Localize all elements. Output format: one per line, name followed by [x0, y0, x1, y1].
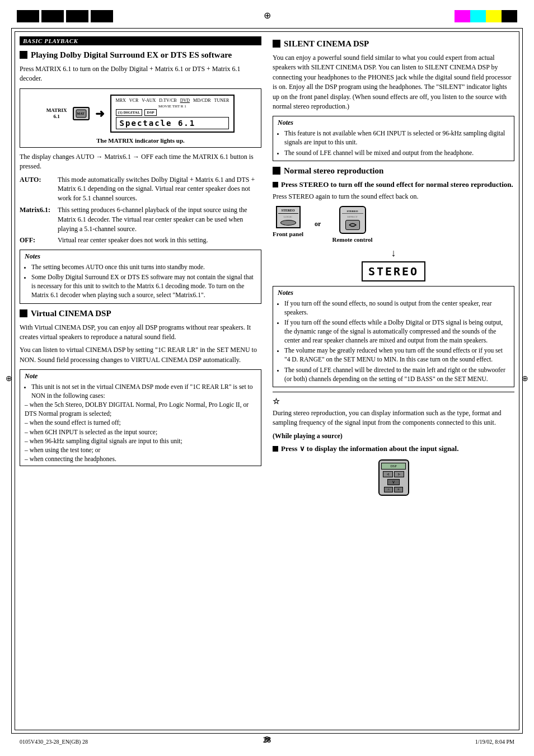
section1-intro: Press MATRIX 6.1 to turn on the Dolby Di…	[20, 64, 261, 84]
stereo-sub-title: Press STEREO to turn off the sound effec…	[281, 180, 513, 190]
silent-title: SILENT CINEMA DSP	[284, 39, 369, 49]
panel-row: STEREO LOGIC Front panel or STEREO EFFEC…	[273, 206, 514, 243]
def-auto-term: AUTO:	[20, 175, 53, 203]
note-subitem: – when 96-kHz sampling digital signals a…	[25, 436, 256, 445]
lcd-display: MRXVCRV-AUXD.TV/CBDVDMD/CDRTUNER MOVIE T…	[110, 95, 235, 133]
def-auto-desc: This mode automatically switches Dolby D…	[58, 175, 261, 203]
section2-title-wrap: Virtual CINEMA DSP	[20, 308, 261, 318]
note-subitem: – when the 5ch Stereo, DOLBY DIGITAL Nor…	[25, 400, 256, 418]
tip-intro: During stereo reproduction, you can disp…	[273, 408, 514, 428]
inner-border-left	[15, 31, 15, 730]
note-subitems: – when the 5ch Stereo, DOLBY DIGITAL Nor…	[25, 400, 256, 463]
border-top	[11, 28, 523, 29]
dsp-remote-mockup: DSP ◁ ▷ ∨ A B	[378, 459, 409, 496]
note-item: This feature is not available when 6CH I…	[284, 129, 509, 147]
stereo-title-wrap: Normal stereo reproduction	[273, 166, 514, 176]
inner-border-right	[519, 31, 519, 730]
device-caption: The MATRIX indicator lights up.	[96, 137, 185, 144]
footer-left: 0105V430_23-28_EN(GB) 28	[20, 739, 88, 745]
def-matrix61-term: Matrix6.1:	[20, 205, 53, 233]
section2-icon	[20, 309, 27, 317]
def-matrix61-desc: This setting produces 6-channel playback…	[58, 205, 261, 233]
tip-icon: ☆	[273, 397, 514, 406]
left-column: BASIC PLAYBACK Playing Dolby Digital Sur…	[20, 36, 261, 725]
notes-list-stereo: If you turn off the sound effects, no so…	[284, 299, 509, 383]
note-item: The sound of LFE channel will be mixed a…	[284, 148, 509, 157]
note-item: If you turn off the sound effects, no so…	[284, 299, 509, 317]
notes-box-silent: Notes This feature is not available when…	[273, 116, 514, 161]
border-bottom	[11, 733, 523, 734]
note-item: Some Dolby Digital Surround EX or DTS ES…	[31, 273, 256, 299]
notes-box-1: Notes The setting becomes AUTO once this…	[20, 250, 261, 303]
section2-title: Virtual CINEMA DSP	[31, 308, 111, 318]
or-text: or	[315, 220, 321, 228]
reg-mark-right: ⊕	[522, 373, 528, 383]
note-item: This unit is not set in the virtual CINE…	[31, 382, 256, 400]
tip-divider	[273, 392, 514, 392]
while-playing: (While playing a source)	[273, 431, 514, 441]
matrix-display: MATRIX6.1 MAT ➜ MRXVCRV-AUXD.TV/CBDVDMD/…	[42, 92, 240, 135]
silent-intro: You can enjoy a powerful sound field sim…	[273, 53, 514, 111]
matrix-button-icon: MAT	[76, 109, 87, 118]
press-v-icon	[273, 446, 278, 452]
right-column: SILENT CINEMA DSP You can enjoy a powerf…	[273, 36, 514, 725]
note-title-virtual: Note	[25, 372, 256, 381]
dsp-btn-left: ◁	[383, 471, 393, 477]
top-black-bars	[17, 10, 113, 22]
note-box-virtual: Note This unit is not set in the virtual…	[20, 369, 261, 466]
remote-stereo-icon	[348, 221, 358, 229]
note-subitem: – when connecting the headphones.	[25, 454, 256, 463]
remote-panel-item: STEREO EFFECT Remote control	[332, 206, 372, 243]
top-color-bar	[455, 10, 517, 22]
svg-text:MAT: MAT	[77, 112, 85, 115]
section2-intro2: You can listen to virtual CINEMA DSP by …	[20, 345, 261, 365]
notes-title-1: Notes	[25, 252, 256, 261]
matrix-label: MATRIX6.1	[46, 107, 67, 120]
inner-border-bottom	[15, 730, 519, 730]
reg-mark-left: ⊕	[6, 373, 12, 383]
note-subitem: – when 6CH INPUT is selected as the inpu…	[25, 428, 256, 436]
remote-control-mockup: STEREO EFFECT	[339, 206, 366, 234]
footer-right: 1/19/02, 8:04 PM	[475, 739, 514, 745]
note-subitem: – when using the test tone; or	[25, 445, 256, 454]
def-off-term: OFF:	[20, 236, 53, 245]
front-panel-item: STEREO LOGIC Front panel	[273, 206, 303, 237]
def-off: OFF: Virtual rear center speaker does no…	[20, 236, 261, 245]
section2-intro1: With Virtual CINEMA DSP, you can enjoy a…	[20, 323, 261, 342]
inner-border-top	[15, 31, 519, 32]
main-content: BASIC PLAYBACK Playing Dolby Digital Sur…	[20, 36, 514, 725]
press-v-title: Press ∨ to display the information about…	[281, 444, 458, 454]
notes-title-silent: Notes	[278, 119, 509, 127]
notes-list-1: The setting becomes AUTO once this unit …	[31, 262, 256, 299]
stereo-press-again: Press STEREO again to turn the sound eff…	[273, 192, 514, 201]
lcd-movie-label: MOVIE THT R 1	[116, 104, 229, 109]
definition-list: AUTO: This mode automatically switches D…	[20, 175, 261, 246]
note-list-virtual: This unit is not set in the virtual CINE…	[31, 382, 256, 400]
front-panel-label: Front panel	[273, 231, 303, 237]
display-change-text: The display changes AUTO → Matrix6.1 → O…	[20, 152, 261, 172]
stereo-display: STEREO	[362, 261, 425, 281]
section-bar: BASIC PLAYBACK	[20, 36, 261, 45]
notes-list-silent: This feature is not available when 6CH I…	[284, 129, 509, 157]
dsp-bottom-row: A B	[384, 487, 403, 492]
down-arrow: ↓	[273, 247, 514, 259]
stereo-display-wrap: STEREO	[273, 261, 514, 281]
stereo-title: Normal stereo reproduction	[284, 166, 383, 176]
reg-mark-top: ⊕	[264, 10, 271, 21]
section1-icon	[20, 51, 27, 59]
page-number: 28	[263, 736, 271, 745]
section1-title: Playing Dolby Digital Surround EX or DTS…	[31, 50, 232, 60]
dsp-down-btn: ∨	[387, 479, 400, 485]
dsp-btn-right: ▷	[394, 471, 404, 477]
dsp-remote-wrap: DSP ◁ ▷ ∨ A B	[273, 459, 514, 496]
def-auto: AUTO: This mode automatically switches D…	[20, 175, 261, 203]
notes-title-stereo: Notes	[278, 289, 509, 297]
silent-icon	[273, 40, 280, 48]
note-item: The volume may be greatly reduced when y…	[284, 346, 509, 364]
def-matrix61: Matrix6.1: This setting produces 6-chann…	[20, 205, 261, 233]
section1-title-wrap: Playing Dolby Digital Surround EX or DTS…	[20, 50, 261, 60]
stereo-icon	[273, 167, 280, 175]
matrix-device-image: MATRIX6.1 MAT ➜ MRXVCRV-AUXD.TV/CBDVDMD/…	[20, 88, 261, 148]
note-item: The sound of LFE channel will be directe…	[284, 365, 509, 383]
arrow-icon: ➜	[95, 107, 105, 120]
